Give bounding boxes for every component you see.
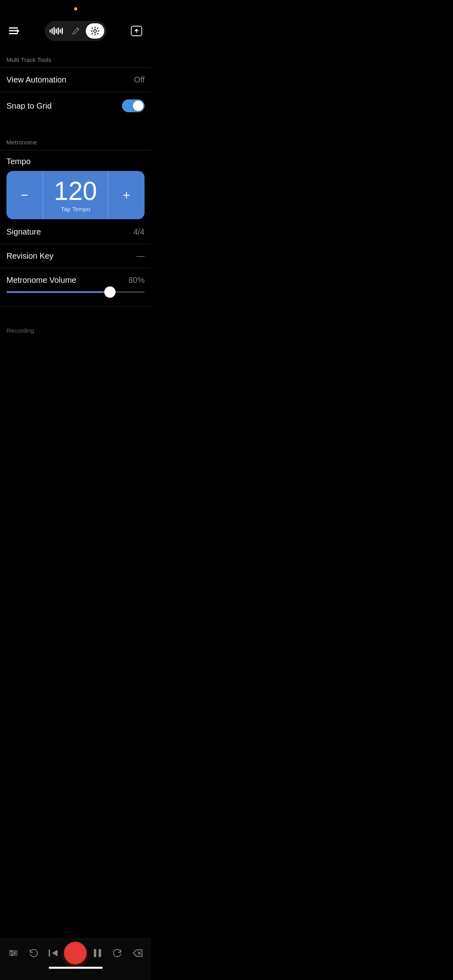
tap-tempo-button[interactable]: 120 Tap Tempo — [43, 171, 108, 219]
tempo-minus-icon: − — [21, 188, 29, 203]
view-automation-label: View Automation — [6, 75, 66, 84]
toolbar-capsule — [45, 21, 107, 41]
gear-toolbar-button[interactable] — [86, 23, 104, 39]
signature-row[interactable]: Signature 4/4 — [0, 220, 151, 244]
view-automation-row[interactable]: View Automation Off — [0, 68, 151, 92]
tempo-plus-icon: + — [123, 188, 130, 203]
back-button[interactable] — [6, 23, 23, 39]
svg-rect-2 — [9, 33, 18, 34]
snap-to-grid-toggle[interactable] — [122, 99, 145, 112]
multi-track-tools-title: Multi Track Tools — [6, 56, 51, 63]
tempo-section: Tempo − 120 Tap Tempo + — [0, 150, 151, 219]
tempo-decrement-button[interactable]: − — [6, 171, 43, 219]
svg-rect-1 — [9, 30, 18, 31]
tempo-control[interactable]: − 120 Tap Tempo + — [6, 171, 145, 219]
svg-point-3 — [93, 30, 96, 33]
signature-label: Signature — [6, 227, 41, 237]
metronome-volume-value: 80% — [128, 276, 145, 285]
snap-to-grid-label: Snap to Grid — [6, 101, 52, 111]
revision-key-label: Revision Key — [6, 251, 54, 261]
tempo-increment-button[interactable]: + — [108, 171, 145, 219]
waveform-toolbar-button[interactable] — [47, 23, 66, 39]
metronome-volume-section: Metronome Volume 80% — [0, 268, 151, 307]
revision-key-value: — — [137, 251, 145, 261]
signature-value: 4/4 — [133, 227, 145, 237]
section-gap-2 — [0, 307, 151, 319]
volume-row: Metronome Volume 80% — [6, 268, 145, 289]
upload-button[interactable] — [128, 23, 145, 39]
multi-track-tools-section: Multi Track Tools — [0, 49, 151, 68]
recording-section: Recording — [0, 319, 151, 334]
metronome-section: Metronome — [0, 132, 151, 150]
revision-key-row[interactable]: Revision Key — — [0, 244, 151, 268]
toggle-thumb — [133, 101, 143, 111]
header — [0, 18, 151, 49]
status-dot — [74, 7, 77, 10]
status-bar — [0, 0, 151, 18]
tempo-value: 120 — [54, 178, 97, 204]
toggle-track — [122, 99, 145, 112]
metronome-volume-label: Metronome Volume — [6, 276, 76, 285]
bottom-spacer — [0, 334, 151, 383]
volume-slider-container[interactable] — [6, 289, 145, 300]
view-automation-value: Off — [134, 75, 145, 84]
section-gap-1 — [0, 119, 151, 132]
recording-title: Recording — [6, 327, 34, 334]
svg-rect-0 — [9, 27, 18, 29]
snap-to-grid-row[interactable]: Snap to Grid — [0, 92, 151, 119]
metronome-title: Metronome — [6, 139, 37, 146]
waveform-icon — [50, 27, 63, 35]
pencil-toolbar-button[interactable] — [66, 23, 85, 39]
tempo-label: Tempo — [6, 157, 145, 166]
tap-tempo-label: Tap Tempo — [61, 206, 90, 212]
